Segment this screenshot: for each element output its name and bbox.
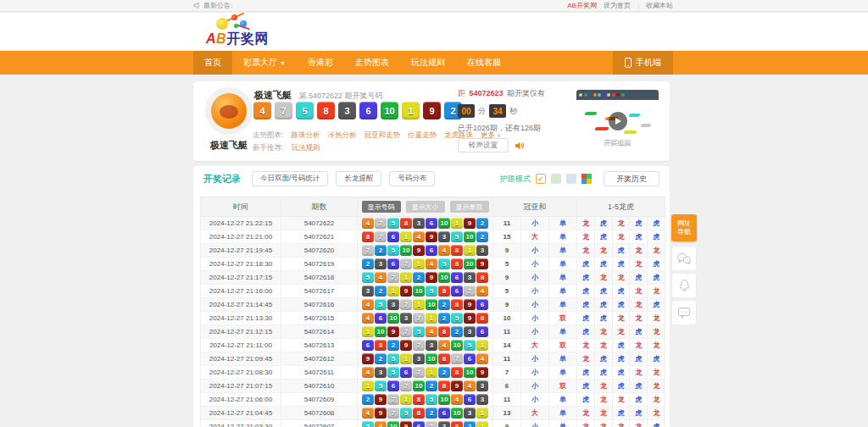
draw-time: 2024-12-27 21:17:15 xyxy=(201,271,281,285)
ball-6: 6 xyxy=(387,258,399,270)
sum-value: 9 xyxy=(493,244,521,258)
records-tab-button[interactable]: 今日双面/号码统计 xyxy=(252,171,328,186)
speaker-icon[interactable] xyxy=(515,141,525,151)
trend-link[interactable]: 位置走势 xyxy=(408,130,437,141)
table-row: 2024-12-27 21:07:1554072610156710289436小… xyxy=(201,380,665,393)
draw-time: 2024-12-27 21:18:30 xyxy=(201,258,281,271)
chat-bubble-icon xyxy=(677,307,691,319)
display-mode-button[interactable]: 显示大小 xyxy=(406,201,445,213)
display-mode-button[interactable]: 显示号码 xyxy=(362,201,401,213)
game-name: 极速飞艇 xyxy=(198,139,259,152)
dragon-tiger-result: 虎 xyxy=(648,230,665,244)
nav-item[interactable]: 香港彩 xyxy=(297,51,344,75)
ball-8: 8 xyxy=(438,326,450,338)
site-nav-float-button[interactable]: 网址导航 xyxy=(671,214,697,241)
eye-mode-color-swatch[interactable] xyxy=(581,174,592,184)
eye-mode-green-swatch[interactable] xyxy=(551,174,561,184)
nav-item[interactable]: 走势图表 xyxy=(344,51,400,75)
nav-item[interactable]: 玩法规则 xyxy=(400,51,456,75)
ball-6: 6 xyxy=(476,299,488,311)
ball-2: 2 xyxy=(426,408,437,419)
eye-mode-blue-swatch[interactable] xyxy=(566,174,576,184)
favorite-link[interactable]: 收藏本站 xyxy=(646,1,673,10)
site-logo[interactable]: AB开奖网 xyxy=(206,14,308,51)
video-mini-ball xyxy=(621,93,625,97)
ball-3: 3 xyxy=(476,245,488,257)
draw-period: 54072607 xyxy=(281,420,358,427)
draw-time: 2024-12-27 21:13:30 xyxy=(201,312,281,325)
col-numbers: 显示号码显示大小显示单双 xyxy=(358,197,493,217)
col-time: 时间 xyxy=(201,197,281,217)
sum-size: 小 xyxy=(521,217,549,230)
dragon-tiger-result: 龙 xyxy=(577,339,595,352)
dragon-tiger-result: 虎 xyxy=(594,352,612,366)
col-period: 期数 xyxy=(281,197,358,217)
set-home-link[interactable]: 设为首页 xyxy=(604,1,631,10)
ball-4: 4 xyxy=(476,286,488,297)
ball-5: 5 xyxy=(375,380,387,392)
play-button[interactable] xyxy=(609,112,627,130)
sum-value: 9 xyxy=(493,420,521,427)
dragon-tiger-result: 龙 xyxy=(612,230,630,244)
dragon-tiger-result: 虎 xyxy=(630,393,648,407)
ball-3: 3 xyxy=(438,421,450,427)
tab-draw-records[interactable]: 开奖记录 xyxy=(203,173,241,186)
draw-time: 2024-12-27 21:12:15 xyxy=(201,325,281,339)
ball-4: 4 xyxy=(476,353,488,365)
display-mode-button[interactable]: 显示单双 xyxy=(450,201,489,213)
draw-numbers: 92513108764 xyxy=(358,352,493,366)
ball-10: 10 xyxy=(438,218,450,230)
ball-7: 7 xyxy=(451,353,463,365)
draw-numbers: 15671028943 xyxy=(358,380,493,393)
dragon-tiger-result: 龙 xyxy=(612,393,630,407)
trend-link[interactable]: 冷热分析 xyxy=(327,130,356,141)
nav-items: 首页彩票大厅▼香港彩走势图表玩法规则在线客服 xyxy=(193,51,512,75)
ball-4: 4 xyxy=(451,394,463,406)
ball-10: 10 xyxy=(426,299,437,311)
topbar-site-link[interactable]: AB开奖网 xyxy=(567,1,597,10)
draw-history-button[interactable]: 开奖历史 xyxy=(604,171,659,186)
sum-value: 15 xyxy=(493,230,521,244)
feedback-button[interactable] xyxy=(671,300,697,325)
ball-9: 9 xyxy=(476,258,488,270)
draw-video-player[interactable]: 开奖视频 xyxy=(576,90,659,149)
ball-2: 2 xyxy=(451,326,463,338)
dragon-tiger-result: 龙 xyxy=(648,312,665,325)
ball-3: 3 xyxy=(413,218,425,230)
dragon-tiger-result: 龙 xyxy=(594,339,612,352)
ball-5: 5 xyxy=(426,286,437,297)
nav-item[interactable]: 彩票大厅▼ xyxy=(232,51,297,75)
eye-mode-default-checkbox[interactable]: ✓ xyxy=(536,174,546,184)
ball-4: 4 xyxy=(362,299,374,311)
screen: 最新公告: AB开奖网 设为首页 | 收藏本站 AB开奖网 首页彩票大厅▼香港彩… xyxy=(0,0,868,427)
sum-size: 小 xyxy=(521,244,549,258)
table-row: 2024-12-27 21:11:00540726136829734105114… xyxy=(201,339,665,352)
ball-6: 6 xyxy=(413,421,425,427)
ball-9: 9 xyxy=(464,218,476,230)
records-tab-button[interactable]: 号码分布 xyxy=(389,171,435,186)
rules-link[interactable]: 玩法规则 xyxy=(291,143,320,153)
ball-2: 2 xyxy=(375,353,387,365)
nav-item[interactable]: 首页 xyxy=(193,51,232,75)
qq-button[interactable] xyxy=(671,273,697,298)
dragon-tiger-result: 龙 xyxy=(577,244,595,258)
draw-numbers: 43567128109 xyxy=(358,366,493,380)
trend-link[interactable]: 路珠分析 xyxy=(291,130,320,141)
nav-item[interactable]: 在线客服 xyxy=(456,51,512,75)
ball-6: 6 xyxy=(451,286,463,297)
ball-9: 9 xyxy=(362,353,374,365)
mobile-version-button[interactable]: 手机端 xyxy=(613,51,673,75)
dragon-tiger-result: 龙 xyxy=(630,339,648,352)
countdown-minutes: 00 xyxy=(458,104,475,118)
sum-size: 小 xyxy=(521,366,549,380)
sum-size: 小 xyxy=(521,312,549,325)
table-row: 2024-12-27 21:09:45540726129251310876411… xyxy=(201,352,665,366)
dragon-tiger-result: 龙 xyxy=(630,285,648,298)
ball-6: 6 xyxy=(438,408,450,419)
records-tab-button[interactable]: 长龙提醒 xyxy=(336,171,381,186)
trend-link[interactable]: 冠亚和走势 xyxy=(364,130,400,141)
ball-8: 8 xyxy=(476,313,488,324)
ball-6: 6 xyxy=(375,313,387,324)
wechat-button[interactable] xyxy=(671,246,697,271)
ring-settings-button[interactable]: 铃声设置 xyxy=(458,138,509,152)
